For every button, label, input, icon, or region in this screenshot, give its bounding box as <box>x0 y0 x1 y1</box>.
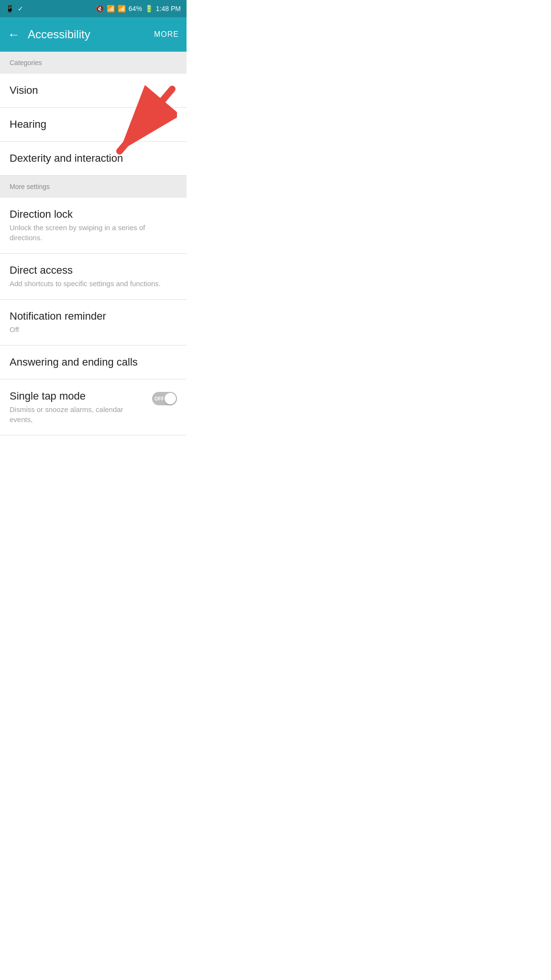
page-title: Accessibility <box>28 28 90 41</box>
notification-reminder-status: Off <box>10 324 177 334</box>
dexterity-item[interactable]: Dexterity and interaction <box>0 142 187 176</box>
dexterity-title: Dexterity and interaction <box>10 152 177 165</box>
direction-lock-item[interactable]: Direction lock Unlock the screen by swip… <box>0 198 187 254</box>
status-bar-right-icons: 🔇 📶 📶 64% 🔋 1:48 PM <box>96 5 181 12</box>
single-tap-toggle[interactable]: OFF <box>152 392 177 405</box>
direct-access-item[interactable]: Direct access Add shortcuts to specific … <box>0 254 187 300</box>
answering-calls-item[interactable]: Answering and ending calls <box>0 345 187 379</box>
answering-calls-title: Answering and ending calls <box>10 356 177 368</box>
more-settings-section-header: More settings <box>0 176 187 198</box>
back-button[interactable]: ← <box>8 27 20 42</box>
toggle-knob <box>165 393 176 404</box>
categories-section-header: Categories <box>0 52 187 74</box>
vision-title: Vision <box>10 84 177 97</box>
app-bar: ← Accessibility MORE <box>0 17 187 52</box>
battery-percent: 64% <box>129 5 142 12</box>
direct-access-subtitle: Add shortcuts to specific settings and f… <box>10 278 177 289</box>
notification-reminder-item[interactable]: Notification reminder Off <box>0 300 187 345</box>
notification-reminder-title: Notification reminder <box>10 310 177 323</box>
battery-icon: 🔋 <box>145 5 153 12</box>
hearing-title: Hearing <box>10 118 177 131</box>
mute-icon: 🔇 <box>96 5 104 12</box>
app-bar-left: ← Accessibility <box>8 27 90 42</box>
wifi-icon: 📶 <box>107 5 115 12</box>
single-tap-container: Single tap mode Dismiss or snooze alarms… <box>10 390 177 424</box>
sim-icon: 📱 <box>6 5 14 12</box>
single-tap-subtitle: Dismiss or snooze alarms, calendar event… <box>10 404 147 424</box>
categories-label: Categories <box>10 59 42 67</box>
single-tap-title: Single tap mode <box>10 390 147 402</box>
status-time: 1:48 PM <box>156 5 181 12</box>
single-tap-item[interactable]: Single tap mode Dismiss or snooze alarms… <box>0 379 187 435</box>
toggle-off-label: OFF <box>154 396 164 401</box>
direction-lock-title: Direction lock <box>10 208 177 221</box>
hearing-item[interactable]: Hearing <box>0 108 187 142</box>
signal-icon: 📶 <box>118 5 126 12</box>
direction-lock-subtitle: Unlock the screen by swiping in a series… <box>10 223 177 243</box>
status-bar: 📱 ✓ 🔇 📶 📶 64% 🔋 1:48 PM <box>0 0 187 17</box>
more-button[interactable]: MORE <box>154 30 179 39</box>
status-bar-left-icons: 📱 ✓ <box>6 5 23 12</box>
more-settings-label: More settings <box>10 183 50 190</box>
vision-item[interactable]: Vision <box>0 74 187 108</box>
single-tap-content: Single tap mode Dismiss or snooze alarms… <box>10 390 152 424</box>
check-icon: ✓ <box>18 5 23 12</box>
direct-access-title: Direct access <box>10 264 177 277</box>
